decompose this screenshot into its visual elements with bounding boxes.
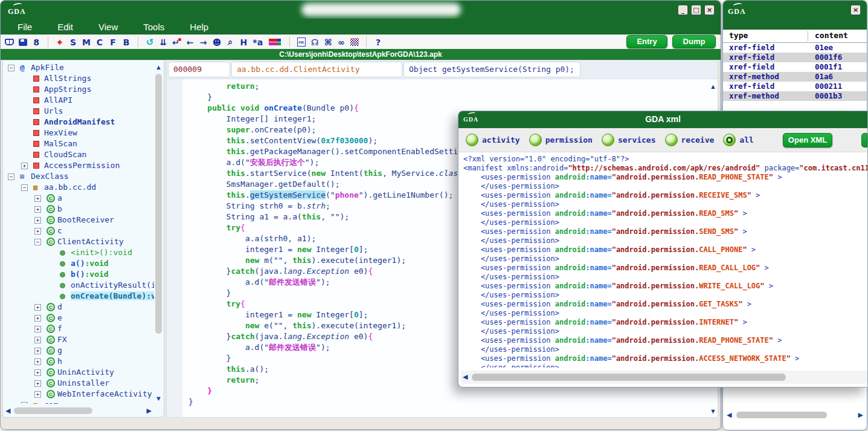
forward-icon[interactable]: → (199, 37, 208, 48)
android-icon[interactable]: ☻ (213, 37, 222, 48)
code-signature-cell[interactable]: Object getSystemService(String p0); (403, 62, 580, 77)
tree-item[interactable]: a():void (3, 258, 154, 269)
tree-scroll-down-icon[interactable]: ▼ (155, 395, 162, 402)
tree-item[interactable]: AllAPI (3, 95, 154, 106)
expander-minus-icon[interactable]: − (8, 65, 14, 71)
tree-item[interactable]: MalScan (3, 138, 154, 149)
search-doc-icon[interactable]: ⌕ (226, 37, 234, 48)
tree-item[interactable]: +Cg (3, 345, 154, 356)
expander-minus-icon[interactable]: − (21, 402, 28, 404)
menu-file[interactable]: File (18, 22, 32, 32)
tree-item[interactable]: +CWebInterfaceActivity (3, 389, 154, 400)
xml-file-icon[interactable]: XML (297, 37, 306, 47)
open-file-icon[interactable] (5, 39, 14, 45)
help-icon[interactable]: ? (374, 37, 382, 48)
maximize-button[interactable]: □ (691, 5, 701, 15)
grid-icon[interactable] (350, 38, 359, 46)
tree-item[interactable]: +Ca (3, 193, 154, 204)
tab-activity[interactable]: activity (466, 134, 520, 146)
tree-scroll-left-icon[interactable]: ◀ (5, 407, 10, 415)
tree-scroll-up-icon[interactable]: ▲ (155, 63, 162, 71)
entry-button[interactable]: Entry (626, 35, 667, 48)
save-icon[interactable] (19, 39, 27, 46)
tree-item[interactable]: +CUninActivity (3, 367, 154, 378)
receive-radio-icon[interactable] (665, 134, 678, 146)
methods-icon[interactable]: M (82, 37, 91, 48)
tree-vscrollbar-thumb[interactable] (155, 74, 162, 334)
tree-item[interactable]: +Ch (3, 356, 154, 367)
classes-icon[interactable]: C (95, 37, 104, 48)
color-blocks-icon[interactable] (269, 39, 277, 42)
xml-scroll-left-icon[interactable]: ◀ (463, 373, 468, 381)
tree-item[interactable]: AllStrings (3, 73, 154, 84)
tab-permission[interactable]: permission (529, 134, 593, 146)
expander-plus-icon[interactable]: + (34, 217, 41, 224)
expander-plus-icon[interactable]: + (34, 380, 41, 387)
back-icon[interactable]: ← (186, 37, 194, 48)
tree-item[interactable]: −CClientActivity (3, 236, 154, 247)
partial-button[interactable] (861, 133, 867, 147)
expander-plus-icon[interactable]: + (34, 206, 41, 213)
tree-item[interactable]: +Cc (3, 225, 154, 236)
tree-item[interactable]: Urls (3, 106, 154, 117)
open-xml-button[interactable]: Open XML (783, 133, 832, 147)
history-icon[interactable]: ↺ (146, 37, 154, 48)
xref-hscrollbar-thumb[interactable] (736, 412, 827, 418)
xref-scroll-right-icon[interactable]: ▶ (858, 411, 863, 419)
tree-item[interactable]: +CUninstaller (3, 378, 154, 389)
menu-view[interactable]: View (98, 22, 118, 32)
expander-plus-icon[interactable]: + (34, 391, 41, 398)
fields-icon[interactable]: F (109, 37, 117, 48)
tab-services[interactable]: services (602, 134, 656, 146)
expander-plus-icon[interactable]: + (34, 195, 41, 202)
tree-item[interactable]: −⊞DexClass (3, 171, 154, 182)
code-scroll-down-icon[interactable]: ▼ (710, 407, 716, 415)
xref-row[interactable]: xref-field0001f6 (723, 53, 867, 62)
tree-item[interactable]: <init>():void (3, 247, 154, 258)
close-button[interactable]: × (704, 5, 715, 15)
xref-row[interactable]: xref-field000211 (723, 82, 867, 91)
strings-icon[interactable]: S (69, 37, 77, 48)
tree-item[interactable]: +AccessPermission (3, 160, 154, 171)
expander-plus-icon[interactable]: + (34, 369, 41, 376)
activity-radio-icon[interactable] (466, 134, 478, 146)
tree-item[interactable]: +CBootReceiver (3, 215, 154, 225)
menu-edit[interactable]: Edit (57, 22, 73, 32)
permission-radio-icon[interactable] (529, 134, 542, 146)
minimize-button[interactable]: _ (678, 5, 688, 15)
code-class-cell[interactable]: aa.bb.cc.dd.ClientActivity (231, 62, 402, 77)
expander-plus-icon[interactable]: + (34, 358, 41, 365)
expander-minus-icon[interactable]: − (34, 239, 41, 245)
unpack-icon[interactable]: ⇊ (159, 37, 167, 48)
tree-item[interactable]: HexView (3, 128, 154, 138)
tree-item[interactable]: AndroidManifest (3, 117, 154, 128)
tree-item[interactable]: +Cb (3, 204, 154, 215)
expander-plus-icon[interactable]: + (34, 315, 41, 322)
tree-item[interactable]: +Cd (3, 302, 154, 313)
key-icon[interactable]: ∞ (337, 37, 346, 48)
tab-all[interactable]: all (723, 134, 753, 146)
tree-scroll-right-icon[interactable]: ▶ (147, 407, 152, 415)
tree-item[interactable]: CloudScan (3, 149, 154, 160)
tree-item[interactable]: onActivityResult(i (3, 280, 154, 291)
xref-scroll-left-icon[interactable]: ◀ (727, 411, 731, 419)
dump-button[interactable]: Dump (672, 35, 716, 48)
string-decode-icon[interactable]: *a (252, 37, 263, 48)
code-address-cell[interactable]: 000009 (168, 62, 230, 77)
link-icon[interactable]: 8 (32, 37, 40, 48)
xref-row[interactable]: xref-field01ee (723, 43, 867, 53)
tab-receive[interactable]: receive (665, 134, 715, 146)
code-scroll-up-icon[interactable]: ▲ (710, 83, 716, 90)
tree-item[interactable]: onCreate(Bundle):v (3, 291, 154, 302)
column-divider[interactable] (808, 31, 808, 41)
expander-plus-icon[interactable]: + (34, 304, 41, 311)
expander-plus-icon[interactable]: + (34, 326, 41, 332)
tree-item[interactable]: −▦aa.bb.cc.dd (3, 182, 154, 193)
xref-row[interactable]: xref-field0001f1 (723, 62, 867, 72)
code-segment[interactable]: getSystemService (250, 190, 326, 199)
bytecode-icon[interactable]: B (122, 37, 130, 48)
expander-plus-icon[interactable]: + (21, 163, 28, 169)
all-radio-icon[interactable] (723, 134, 736, 146)
services-radio-icon[interactable] (602, 134, 614, 146)
robot-icon[interactable]: ☊ (310, 37, 319, 48)
